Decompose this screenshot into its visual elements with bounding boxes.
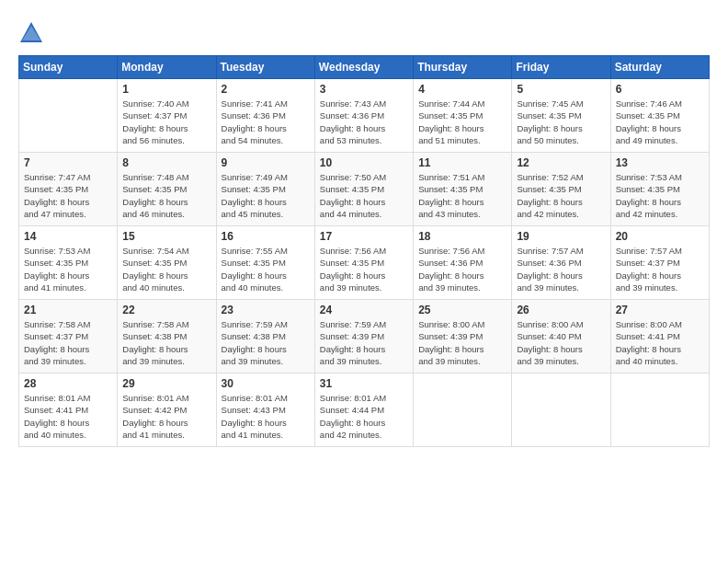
weekday-header: Monday xyxy=(118,56,216,79)
calendar-cell: 23Sunrise: 7:59 AMSunset: 4:38 PMDayligh… xyxy=(216,300,314,373)
calendar-cell: 21Sunrise: 7:58 AMSunset: 4:37 PMDayligh… xyxy=(19,300,118,373)
day-number: 15 xyxy=(122,230,210,243)
day-info: Sunrise: 7:53 AMSunset: 4:35 PMDaylight:… xyxy=(616,171,704,220)
day-info: Sunrise: 8:01 AMSunset: 4:44 PMDaylight:… xyxy=(320,392,408,441)
day-info: Sunrise: 7:46 AMSunset: 4:35 PMDaylight:… xyxy=(616,98,704,146)
day-number: 13 xyxy=(616,156,704,169)
calendar-cell: 25Sunrise: 8:00 AMSunset: 4:39 PMDayligh… xyxy=(414,300,512,373)
day-info: Sunrise: 7:54 AMSunset: 4:35 PMDaylight:… xyxy=(122,245,210,293)
calendar-cell: 27Sunrise: 8:00 AMSunset: 4:41 PMDayligh… xyxy=(610,300,709,373)
day-number: 7 xyxy=(24,156,112,169)
day-info: Sunrise: 8:01 AMSunset: 4:42 PMDaylight:… xyxy=(122,392,210,441)
calendar-header-row: SundayMondayTuesdayWednesdayThursdayFrid… xyxy=(19,56,710,79)
calendar-cell: 3Sunrise: 7:43 AMSunset: 4:36 PMDaylight… xyxy=(314,79,413,153)
day-info: Sunrise: 7:52 AMSunset: 4:35 PMDaylight:… xyxy=(517,171,605,220)
day-info: Sunrise: 7:55 AMSunset: 4:35 PMDaylight:… xyxy=(222,245,310,293)
day-info: Sunrise: 7:57 AMSunset: 4:37 PMDaylight:… xyxy=(616,245,704,293)
logo-icon xyxy=(18,20,44,46)
day-info: Sunrise: 7:50 AMSunset: 4:35 PMDaylight:… xyxy=(320,171,408,220)
day-number: 17 xyxy=(320,230,408,243)
day-info: Sunrise: 8:00 AMSunset: 4:40 PMDaylight:… xyxy=(517,318,605,367)
day-number: 5 xyxy=(517,83,605,96)
day-info: Sunrise: 7:48 AMSunset: 4:35 PMDaylight:… xyxy=(122,171,210,220)
day-info: Sunrise: 7:58 AMSunset: 4:38 PMDaylight:… xyxy=(122,318,210,367)
day-number: 24 xyxy=(320,304,408,316)
weekday-header: Sunday xyxy=(19,56,118,79)
calendar-cell: 6Sunrise: 7:46 AMSunset: 4:35 PMDaylight… xyxy=(610,79,709,153)
weekday-header: Tuesday xyxy=(216,56,314,79)
calendar-cell: 12Sunrise: 7:52 AMSunset: 4:35 PMDayligh… xyxy=(512,153,610,226)
header xyxy=(18,17,710,46)
day-number: 23 xyxy=(222,304,310,316)
day-number: 4 xyxy=(418,83,506,96)
day-number: 28 xyxy=(24,377,112,390)
calendar-week-row: 1Sunrise: 7:40 AMSunset: 4:37 PMDaylight… xyxy=(19,79,710,153)
calendar-cell: 17Sunrise: 7:56 AMSunset: 4:35 PMDayligh… xyxy=(314,226,413,300)
day-info: Sunrise: 7:51 AMSunset: 4:35 PMDaylight:… xyxy=(418,171,506,220)
day-info: Sunrise: 7:49 AMSunset: 4:35 PMDaylight:… xyxy=(222,171,310,220)
calendar-cell: 19Sunrise: 7:57 AMSunset: 4:36 PMDayligh… xyxy=(512,226,610,300)
day-info: Sunrise: 7:53 AMSunset: 4:35 PMDaylight:… xyxy=(24,245,112,293)
logo xyxy=(18,20,48,46)
day-number: 9 xyxy=(222,156,310,169)
day-info: Sunrise: 8:01 AMSunset: 4:43 PMDaylight:… xyxy=(222,392,310,441)
day-number: 18 xyxy=(418,230,506,243)
weekday-header: Thursday xyxy=(414,56,512,79)
calendar-cell: 4Sunrise: 7:44 AMSunset: 4:35 PMDaylight… xyxy=(414,79,512,153)
weekday-header: Saturday xyxy=(610,56,709,79)
calendar-week-row: 7Sunrise: 7:47 AMSunset: 4:35 PMDaylight… xyxy=(19,153,710,226)
calendar-cell: 22Sunrise: 7:58 AMSunset: 4:38 PMDayligh… xyxy=(118,300,216,373)
day-number: 21 xyxy=(24,304,112,316)
calendar-cell: 29Sunrise: 8:01 AMSunset: 4:42 PMDayligh… xyxy=(118,373,216,447)
day-number: 16 xyxy=(222,230,310,243)
day-info: Sunrise: 7:56 AMSunset: 4:35 PMDaylight:… xyxy=(320,245,408,293)
day-info: Sunrise: 8:00 AMSunset: 4:39 PMDaylight:… xyxy=(418,318,506,367)
day-info: Sunrise: 7:56 AMSunset: 4:36 PMDaylight:… xyxy=(418,245,506,293)
calendar-cell xyxy=(610,373,709,447)
day-number: 26 xyxy=(517,304,605,316)
calendar-cell: 30Sunrise: 8:01 AMSunset: 4:43 PMDayligh… xyxy=(216,373,314,447)
calendar-cell: 10Sunrise: 7:50 AMSunset: 4:35 PMDayligh… xyxy=(314,153,413,226)
calendar-cell: 5Sunrise: 7:45 AMSunset: 4:35 PMDaylight… xyxy=(512,79,610,153)
weekday-header: Friday xyxy=(512,56,610,79)
calendar-cell: 15Sunrise: 7:54 AMSunset: 4:35 PMDayligh… xyxy=(118,226,216,300)
day-number: 27 xyxy=(616,304,704,316)
day-number: 6 xyxy=(616,83,704,96)
day-number: 20 xyxy=(616,230,704,243)
calendar: SundayMondayTuesdayWednesdayThursdayFrid… xyxy=(18,55,710,447)
day-info: Sunrise: 7:40 AMSunset: 4:37 PMDaylight:… xyxy=(122,98,210,146)
weekday-header: Wednesday xyxy=(314,56,413,79)
day-number: 8 xyxy=(122,156,210,169)
day-number: 14 xyxy=(24,230,112,243)
svg-marker-1 xyxy=(22,26,40,40)
calendar-cell: 2Sunrise: 7:41 AMSunset: 4:36 PMDaylight… xyxy=(216,79,314,153)
day-info: Sunrise: 8:01 AMSunset: 4:41 PMDaylight:… xyxy=(24,392,112,441)
calendar-cell: 24Sunrise: 7:59 AMSunset: 4:39 PMDayligh… xyxy=(314,300,413,373)
calendar-cell: 16Sunrise: 7:55 AMSunset: 4:35 PMDayligh… xyxy=(216,226,314,300)
calendar-week-row: 14Sunrise: 7:53 AMSunset: 4:35 PMDayligh… xyxy=(19,226,710,300)
day-number: 12 xyxy=(517,156,605,169)
calendar-cell: 20Sunrise: 7:57 AMSunset: 4:37 PMDayligh… xyxy=(610,226,709,300)
calendar-cell: 11Sunrise: 7:51 AMSunset: 4:35 PMDayligh… xyxy=(414,153,512,226)
day-info: Sunrise: 7:59 AMSunset: 4:38 PMDaylight:… xyxy=(222,318,310,367)
calendar-cell: 9Sunrise: 7:49 AMSunset: 4:35 PMDaylight… xyxy=(216,153,314,226)
day-info: Sunrise: 7:45 AMSunset: 4:35 PMDaylight:… xyxy=(517,98,605,146)
calendar-cell xyxy=(414,373,512,447)
calendar-cell xyxy=(512,373,610,447)
calendar-cell: 28Sunrise: 8:01 AMSunset: 4:41 PMDayligh… xyxy=(19,373,118,447)
calendar-cell: 31Sunrise: 8:01 AMSunset: 4:44 PMDayligh… xyxy=(314,373,413,447)
day-number: 30 xyxy=(222,377,310,390)
day-number: 11 xyxy=(418,156,506,169)
day-number: 29 xyxy=(122,377,210,390)
day-info: Sunrise: 7:43 AMSunset: 4:36 PMDaylight:… xyxy=(320,98,408,146)
day-number: 31 xyxy=(320,377,408,390)
day-info: Sunrise: 7:59 AMSunset: 4:39 PMDaylight:… xyxy=(320,318,408,367)
calendar-cell: 14Sunrise: 7:53 AMSunset: 4:35 PMDayligh… xyxy=(19,226,118,300)
day-info: Sunrise: 7:41 AMSunset: 4:36 PMDaylight:… xyxy=(222,98,310,146)
day-number: 3 xyxy=(320,83,408,96)
day-info: Sunrise: 8:00 AMSunset: 4:41 PMDaylight:… xyxy=(616,318,704,367)
day-number: 1 xyxy=(122,83,210,96)
day-number: 25 xyxy=(418,304,506,316)
calendar-cell: 8Sunrise: 7:48 AMSunset: 4:35 PMDaylight… xyxy=(118,153,216,226)
calendar-cell: 13Sunrise: 7:53 AMSunset: 4:35 PMDayligh… xyxy=(610,153,709,226)
